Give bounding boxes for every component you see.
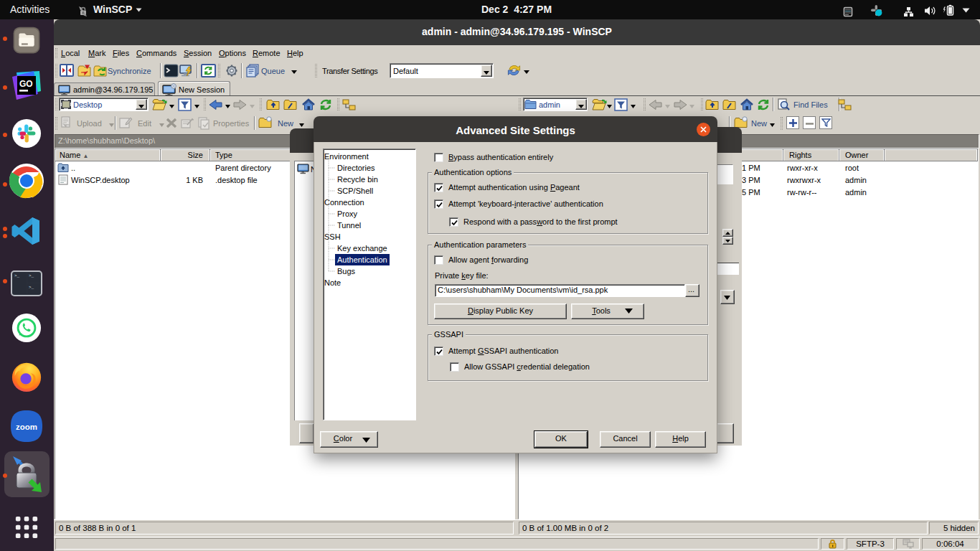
svg-text:zoom: zoom	[16, 423, 37, 431]
svg-text:>_: >_	[14, 273, 20, 278]
svg-text:>_: >_	[29, 285, 34, 290]
svg-text:>_: >_	[29, 273, 34, 278]
svg-text:GO: GO	[19, 79, 33, 89]
